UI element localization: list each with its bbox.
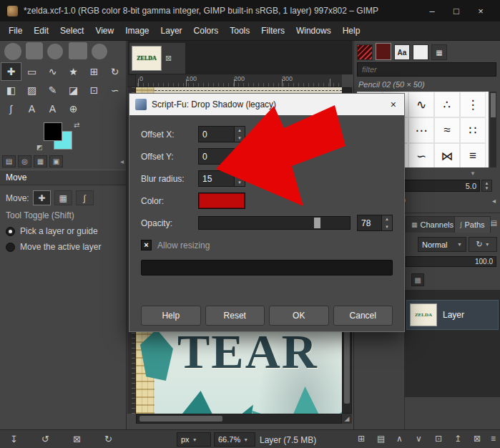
spin-up-icon[interactable]: ▲ [235,127,245,135]
menu-file[interactable]: File [3,23,28,39]
tool-free-select[interactable]: ∿ [42,62,63,81]
brush-item[interactable]: ∽ [408,143,434,167]
ok-button[interactable]: OK [269,306,329,326]
layer-menu-icon[interactable]: ≡ [491,434,496,444]
allow-resizing-checkbox[interactable]: × Allow resizing [141,240,393,250]
brush-item[interactable]: ∿ [408,92,434,117]
tab-paths[interactable]: ∫ Paths [454,216,491,233]
minimize-button[interactable]: – [420,6,444,16]
help-button[interactable]: Help [141,306,201,326]
dock-menu-icon[interactable]: ▤ [491,219,497,227]
menu-windows[interactable]: Windows [290,23,337,39]
spin-up-icon[interactable]: ▲ [235,171,245,179]
anchor-layer-icon[interactable]: ↥ [454,434,461,444]
delete-layer-icon[interactable]: ⊠ [474,434,481,444]
dock-tab-icon[interactable]: ▣ [49,155,63,167]
spin-down-icon[interactable]: ▼ [235,157,245,165]
tool-fuzzy-select[interactable]: ★ [63,62,84,81]
navigation-corner-icon[interactable]: ◢ [342,414,352,424]
tag-dropdown-icon[interactable]: ▼ [470,170,476,177]
scrollbar-thumb[interactable] [139,416,222,422]
tab-channels[interactable]: ▦ Channels [406,216,459,233]
image-tab-zelda[interactable]: ZELDA ⊠ [129,43,185,74]
new-layer-icon[interactable]: ⊞ [358,434,365,444]
brush-item[interactable]: ≈ [434,117,460,143]
shadow-color-button[interactable] [198,193,245,209]
tool-smudge[interactable]: ∽ [104,81,125,99]
menu-help[interactable]: Help [337,23,366,39]
grid-view-tab-icon[interactable]: ▦ [431,44,447,60]
brush-item[interactable]: ⋯ [408,117,434,143]
dialog-close-icon[interactable]: × [388,99,398,110]
tool-text[interactable]: A [21,99,42,118]
raise-layer-icon[interactable]: ∧ [396,434,403,444]
document-history-tab-icon[interactable] [413,44,428,60]
blur-radius-spinner[interactable]: 15 ▲▼ [198,170,245,187]
spin-down-icon[interactable]: ▼ [235,179,245,187]
tool-bucket-fill[interactable]: ◧ [1,81,21,99]
zoom-dropdown[interactable]: 66.7% ▼ [214,432,255,447]
dialog-titlebar[interactable]: Script-Fu: Drop Shadow (legacy) × [129,94,404,115]
radio-move-active-layer[interactable]: Move the active layer [0,239,126,255]
tool-clone[interactable]: ⊡ [84,81,104,99]
spin-down-icon[interactable]: ▼ [482,186,491,192]
tool-eraser[interactable]: ◪ [63,81,84,99]
brush-spacing-spinner[interactable]: ▲ ▼ [481,180,492,192]
spin-up-icon[interactable]: ▲ [482,180,491,186]
new-group-icon[interactable]: ▤ [377,434,385,444]
radio-pick-layer[interactable]: Pick a layer or guide [0,223,126,239]
spin-down-icon[interactable]: ▼ [235,135,245,142]
menu-layer[interactable]: Layer [155,23,188,39]
duplicate-layer-icon[interactable]: ⊡ [435,434,442,444]
tool-text-edit[interactable]: A [42,99,63,118]
menu-image[interactable]: Image [119,23,155,39]
brushes-tab-icon[interactable] [357,44,373,60]
reset-colors-icon[interactable]: ◩ [36,144,43,151]
reset-button[interactable]: Reset [205,306,265,326]
tool-move[interactable]: ✚ [1,62,21,81]
brush-item[interactable]: ⋈ [434,143,460,167]
tool-transform[interactable]: ↻ [104,62,125,81]
move-mode-selection-button[interactable]: ▦ [54,190,72,205]
move-mode-path-button[interactable]: ∫ [76,190,94,205]
horizontal-scrollbar[interactable] [136,414,342,424]
foreground-color-swatch[interactable] [44,122,62,141]
menu-view[interactable]: View [89,23,119,39]
offset-x-spinner[interactable]: 0 ▲▼ [198,126,245,142]
maximize-button[interactable]: □ [444,6,469,16]
opacity-slider[interactable] [198,216,351,230]
tool-zoom[interactable]: ⊕ [63,99,84,118]
layer-row[interactable]: ZELDA Layer [406,300,499,330]
tool-rectangle-select[interactable]: ▭ [21,62,42,81]
dock-tab-icon[interactable]: ▤ [2,155,16,167]
tool-crop[interactable]: ⊞ [84,62,104,81]
collapse-left-icon[interactable]: ◂ [492,197,496,205]
lock-icon[interactable]: ▩ [411,273,424,286]
move-mode-layer-button[interactable]: ✚ [33,190,51,205]
layer-mode-dropdown[interactable]: Normal ▼ [418,237,466,252]
brush-grid-scrollbar[interactable] [490,92,496,167]
offset-y-spinner[interactable]: 0 ▲▼ [198,148,245,165]
spin-up-icon[interactable]: ▲ [382,215,392,223]
dock-tab-icon[interactable]: ▦ [34,155,47,167]
patterns-tab-icon[interactable] [376,43,391,60]
tab-close-icon[interactable]: ⊠ [165,54,172,63]
tool-paths[interactable]: ∫ [1,99,21,118]
menu-filters[interactable]: Filters [255,23,290,39]
save-preset-icon[interactable]: ↧ [10,434,18,444]
brush-item[interactable]: ⋮ [460,92,486,117]
mode-reset-button[interactable]: ↻ ▼ [469,237,497,252]
spin-down-icon[interactable]: ▼ [382,223,392,231]
dock-tab-icon[interactable]: ◎ [18,155,31,167]
opacity-slider-handle[interactable] [314,218,320,228]
menu-select[interactable]: Select [54,23,89,39]
brush-item[interactable]: ∷ [460,117,486,143]
unit-dropdown[interactable]: px ▼ [177,432,211,447]
collapse-left-icon[interactable]: ◂ [120,157,124,165]
tool-pencil[interactable]: ✎ [42,81,63,99]
horizontal-ruler[interactable]: 0 100 200 300 [136,74,342,87]
layer-opacity-slider[interactable]: 100.0 [406,256,496,267]
brush-item[interactable]: ∴ [434,92,460,117]
reset-tool-icon[interactable]: ↻ [104,434,112,444]
lower-layer-icon[interactable]: ∨ [416,434,422,444]
